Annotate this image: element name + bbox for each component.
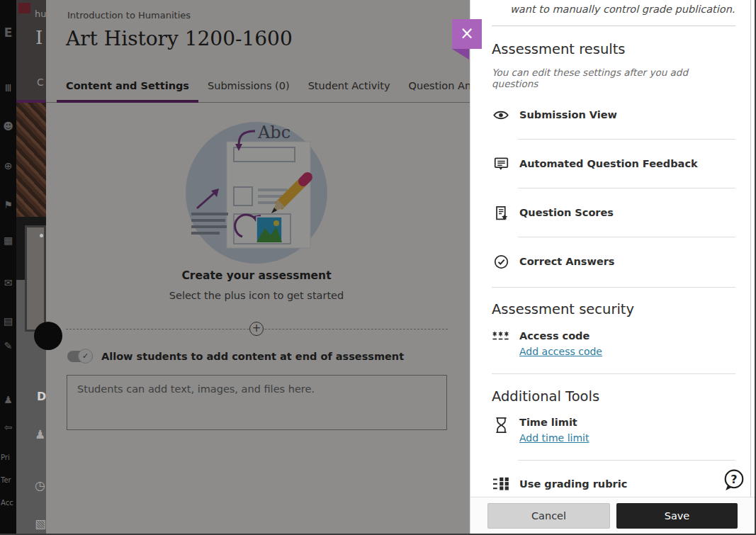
rubric-grid-icon [492, 477, 510, 491]
setting-label: Correct Answers [519, 256, 615, 267]
help-icon[interactable]: ? [723, 468, 745, 491]
setting-label: Use grading rubric [519, 478, 627, 490]
globe-icon[interactable]: ⊕ [0, 160, 16, 171]
divider [492, 373, 735, 374]
underlying-section-heading: D [37, 390, 46, 403]
add-access-code-link[interactable]: Add access code [519, 346, 602, 357]
svg-text:?: ? [730, 473, 737, 486]
calendar-icon[interactable]: ▦ [0, 235, 16, 246]
hourglass-icon [492, 415, 510, 444]
underlying-avatar [34, 322, 62, 350]
setting-row-time-limit: Time limit Add time limit [492, 415, 735, 444]
roster-person-icon: ♟ [35, 427, 45, 441]
underlying-header-text: hu [35, 9, 46, 19]
setting-label: Submission View [519, 109, 617, 120]
setting-label: Time limit [519, 417, 577, 428]
settings-panel: × want to manually control grade publica… [470, 0, 755, 534]
setting-row-question-feedback: Automated Question Feedback [492, 152, 735, 176]
underlying-logo-badge [18, 3, 30, 13]
divider [492, 287, 735, 288]
setting-label: Automated Question Feedback [519, 158, 698, 169]
image-icon: ▧ [35, 517, 46, 531]
divider [492, 26, 735, 26]
feedback-bubble-icon [492, 157, 510, 171]
underlying-tapestry-image [16, 103, 46, 217]
brand-logo: E [0, 26, 16, 40]
setting-label: Access code [519, 330, 589, 342]
flag-icon[interactable]: ⚑ [0, 199, 16, 210]
divider [518, 237, 735, 237]
assessment-results-note: You can edit these settings after you ad… [492, 67, 735, 89]
setting-row-correct-answers: Correct Answers [492, 249, 735, 274]
check-circle-icon [492, 254, 510, 269]
setting-label: Question Scores [519, 207, 614, 218]
grade-publication-note: want to manually control grade publicati… [510, 4, 735, 15]
divider [518, 139, 735, 140]
setting-row-question-scores: Question Scores [492, 201, 735, 225]
institution-icon[interactable]: Ⅲ [0, 82, 16, 94]
assessment-results-heading: Assessment results [492, 41, 735, 57]
panel-footer: Cancel Save [470, 497, 755, 534]
underlying-title-text: I [35, 27, 43, 48]
settings-panel-body: want to manually control grade publicati… [470, 0, 755, 497]
signout-icon[interactable]: ⇦ [0, 422, 16, 433]
divider [518, 188, 735, 188]
assessment-security-heading: Assessment security [492, 301, 735, 317]
add-time-limit-link[interactable]: Add time limit [519, 432, 589, 444]
eye-icon [492, 109, 510, 121]
edit-icon[interactable]: ✎ [0, 340, 16, 351]
clock-icon: ◷ [35, 478, 45, 492]
setting-row-access-code: Access code Add access code [492, 329, 735, 357]
document-icon[interactable]: ▤ [0, 315, 16, 327]
save-button[interactable]: Save [616, 503, 738, 529]
access-code-icon [492, 329, 510, 357]
mail-icon[interactable]: ✉ [0, 277, 16, 288]
underlying-header: hu I C [16, 0, 46, 100]
setting-row-submission-view: Submission View [492, 103, 735, 127]
people-icon[interactable]: ☻ [0, 120, 16, 132]
close-button-tail [452, 49, 469, 60]
underlying-dot [40, 234, 43, 237]
blackboard-assessment-page: E Ⅲ ☻ ⊕ ⚑ ▦ ✉ ▤ ✎ ♟ ⇦ Pri Ter Acc hu I C… [0, 0, 756, 535]
divider [518, 460, 735, 461]
setting-row-grading-rubric: Use grading rubric [492, 472, 735, 496]
cancel-button[interactable]: Cancel [487, 503, 610, 529]
nav-rail: E Ⅲ ☻ ⊕ ⚑ ▦ ✉ ▤ ✎ ♟ ⇦ Pri Ter Acc [0, 0, 16, 534]
additional-tools-heading: Additional Tools [492, 388, 735, 405]
underlying-page-sliver: hu I C C D ♟ ◷ ▧ [16, 0, 46, 534]
person-icon[interactable]: ♟ [0, 394, 16, 405]
underlying-tab-text: C [37, 77, 44, 88]
underlying-tablet-image [25, 225, 46, 332]
question-scores-icon [492, 205, 510, 220]
